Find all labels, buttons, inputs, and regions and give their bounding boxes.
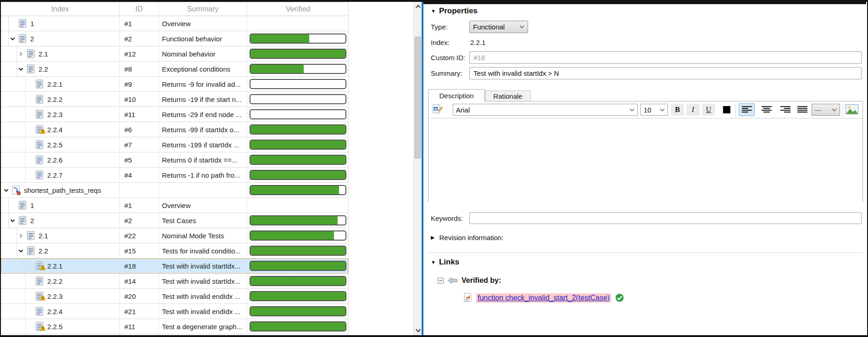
scrollbar-thumb[interactable] — [415, 37, 421, 158]
table-row[interactable]: 2.2.2#10Returns -19 if the start n... — [1, 92, 348, 107]
chevron-right-icon[interactable] — [17, 232, 24, 239]
chevron-right-icon[interactable] — [17, 51, 24, 57]
verified-by-link[interactable]: function check_invalid_start_2(testCase) — [476, 293, 611, 303]
revision-information-toggle[interactable]: ▶ Revision information: — [431, 234, 504, 242]
id-cell: #18 — [120, 258, 159, 273]
verified-cell — [247, 31, 349, 46]
italic-button[interactable]: I — [686, 104, 700, 116]
chevron-down-icon[interactable] — [3, 187, 10, 194]
tree-guide-line — [17, 62, 17, 76]
column-header-verified[interactable]: Verified — [247, 2, 349, 16]
tree-guide-line — [25, 289, 26, 303]
keywords-label: Keywords: — [431, 214, 463, 222]
index-cell: 2.2.4 — [1, 304, 120, 319]
column-header-index[interactable]: Index — [1, 2, 120, 16]
tab-rationale[interactable]: Rationale — [485, 90, 531, 101]
requirement-doc-icon — [35, 170, 44, 180]
keywords-field[interactable] — [469, 212, 862, 224]
id-cell: #15 — [120, 243, 159, 258]
table-row[interactable]: 2.2.1#9Returns -9 for invalid ad... — [1, 77, 348, 92]
chevron-down-icon[interactable] — [17, 66, 24, 73]
underline-button[interactable]: U — [702, 104, 715, 116]
table-row[interactable]: 1#1Overview — [1, 198, 348, 213]
properties-section-header[interactable]: ▼ Properties — [431, 6, 478, 16]
table-row[interactable]: 2.2.1#18Test with invalid startIdx... — [1, 258, 348, 274]
summary-cell: Tests for invalid conditio... — [159, 243, 247, 258]
verified-progress-fill — [250, 292, 345, 300]
summary-field[interactable]: Test with invalid startIdx > N — [469, 67, 862, 79]
align-center-button[interactable] — [758, 103, 774, 116]
description-textarea[interactable] — [428, 118, 862, 202]
id-cell: #6 — [120, 122, 159, 137]
table-row[interactable]: 2.2#8Exceptional conditions — [1, 62, 348, 77]
verified-progress-fill — [250, 277, 345, 285]
verified-progress-bar — [250, 261, 346, 271]
table-row[interactable]: 2.2.7#4Returns -1 if no path fro... — [1, 168, 348, 183]
list-style-dropdown[interactable]: --- — [812, 104, 840, 116]
table-row[interactable]: 1#1Overview — [1, 16, 348, 31]
table-row[interactable]: 2.2.6#5Returns 0 if startIdx ==... — [1, 152, 348, 168]
index-cell: 2.2 — [1, 62, 120, 76]
scroll-down-arrow-icon[interactable] — [414, 326, 422, 335]
type-label: Type: — [431, 23, 448, 31]
column-header-summary[interactable]: Summary — [159, 2, 247, 16]
scroll-up-arrow-icon[interactable] — [414, 2, 422, 11]
verified-cell — [247, 274, 349, 288]
align-left-button[interactable] — [739, 103, 755, 116]
tree-guide-line — [25, 77, 26, 91]
vertical-scrollbar[interactable] — [413, 2, 422, 335]
collapse-minus-box-icon[interactable] — [438, 278, 444, 284]
font-size-dropdown[interactable]: 10 — [640, 104, 668, 116]
verified-progress-bar — [250, 215, 346, 225]
requirement-doc-warning-icon — [35, 292, 44, 301]
requirement-doc-icon — [18, 201, 27, 210]
tab-description[interactable]: Description — [428, 89, 485, 101]
verified-progress-bar — [250, 34, 346, 44]
font-family-dropdown[interactable]: Arial — [453, 104, 638, 116]
word-edit-icon[interactable]: W — [432, 104, 443, 115]
chevron-down-icon[interactable] — [9, 35, 16, 42]
editor-tabbar: Description Rationale — [428, 89, 531, 101]
table-row[interactable]: 2#2Functional behavior — [1, 31, 348, 46]
table-row[interactable]: 2.2.5#7Returns -199 if startIdx ... — [1, 137, 348, 152]
table-row[interactable]: 2.2#15Tests for invalid conditio... — [1, 243, 348, 258]
chevron-down-icon[interactable] — [17, 247, 24, 254]
index-label: 2.2.2 — [47, 277, 62, 285]
table-row[interactable]: 2.1#12Nominal behavior — [1, 46, 348, 62]
table-row[interactable]: shortest_path_tests_reqs — [1, 183, 348, 198]
verified-cell — [247, 77, 349, 91]
table-row[interactable]: 2#2Test Cases — [1, 213, 348, 228]
index-cell: 2.2.2 — [1, 274, 120, 288]
id-cell: #14 — [120, 274, 159, 288]
links-section-header[interactable]: ▼ Links — [431, 258, 459, 267]
tree-guide-line — [25, 258, 26, 273]
table-row[interactable]: 2.2.3#20Test with invalid endIdx ... — [1, 289, 348, 304]
verified-progress-bar — [250, 291, 346, 301]
matlab-test-file-icon — [464, 293, 473, 303]
verified-progress-fill — [250, 307, 345, 315]
custom-id-field[interactable]: #18 — [469, 51, 862, 64]
table-row[interactable]: 2.2.5#11Test a degenerate graph... — [1, 319, 348, 334]
bold-button[interactable]: B — [671, 104, 684, 116]
verified-progress-fill — [250, 231, 334, 240]
align-right-button[interactable] — [777, 103, 793, 116]
index-cell: 2.2.4 — [1, 122, 120, 137]
font-color-swatch[interactable] — [723, 106, 730, 113]
table-row[interactable]: 2.1#22Nominal Mode Tests — [1, 228, 348, 243]
warning-overlay-icon — [40, 294, 46, 302]
align-justify-button[interactable] — [794, 103, 810, 116]
verified-progress-fill — [250, 216, 338, 225]
verified-cell — [247, 289, 349, 303]
table-row[interactable]: 2.2.4#21Test with invalid endIdx ... — [1, 304, 348, 319]
insert-image-button[interactable] — [846, 104, 858, 114]
table-body: 1#1Overview2#2Functional behavior2.1#12N… — [1, 16, 348, 334]
table-row[interactable]: 2.2.2#14Test with invalid startIdx... — [1, 274, 348, 289]
table-row[interactable]: 2.2.4#6Returns -99 if startIdx o... — [1, 122, 348, 137]
index-cell: 2.1 — [1, 228, 120, 243]
type-dropdown[interactable]: Functional — [469, 21, 528, 33]
requirement-doc-icon — [35, 140, 44, 149]
chevron-down-icon[interactable] — [9, 217, 16, 224]
column-header-id[interactable]: ID — [120, 2, 159, 16]
table-row[interactable]: 2.2.3#11Returns -29 if end node ... — [1, 107, 348, 122]
index-label: 2.2.4 — [47, 308, 62, 315]
